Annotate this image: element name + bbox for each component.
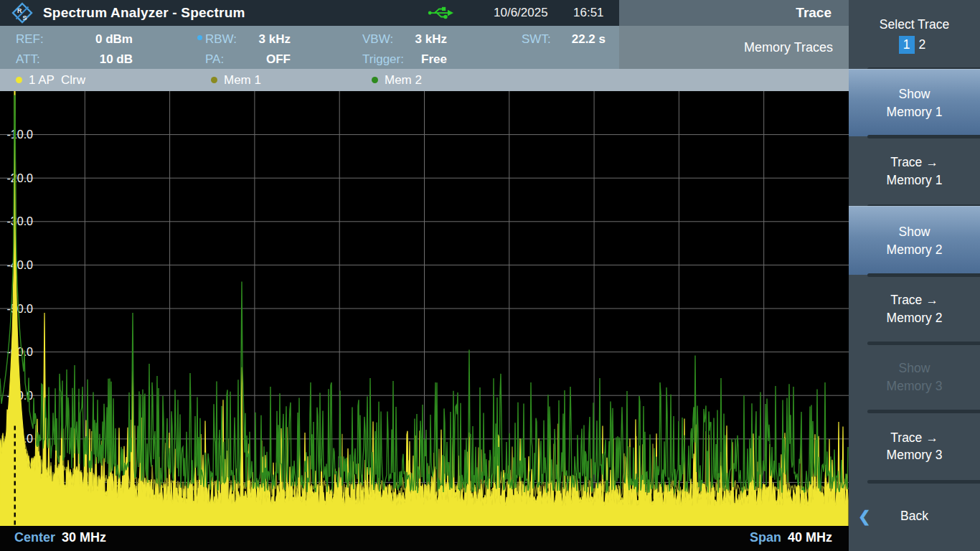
spectrum-analyzer-screen: R S Spectrum Analyzer - Spectrum 10/6/20… bbox=[0, 0, 980, 551]
trigger-value[interactable]: Free bbox=[369, 50, 447, 69]
softkey-label: Back bbox=[900, 507, 928, 525]
trace-option-1[interactable]: 1 bbox=[899, 36, 915, 54]
svg-text:S: S bbox=[23, 14, 27, 22]
settings-bar: REF: 0 dBm ATT: 10 dB RBW: 3 kHz PA: OFF… bbox=[0, 26, 619, 69]
trace-option-2[interactable]: 2 bbox=[915, 36, 930, 54]
att-label: ATT: bbox=[16, 50, 40, 69]
window-title: Spectrum Analyzer - Spectrum bbox=[43, 0, 245, 26]
softkey-trace-to-memory-3[interactable]: Trace →Memory 3 bbox=[849, 411, 980, 481]
trace-color-dot-icon bbox=[16, 77, 22, 83]
vbw-value[interactable]: 3 kHz bbox=[369, 30, 447, 49]
svg-text:R: R bbox=[17, 7, 22, 14]
trace-color-dot-icon bbox=[372, 77, 378, 83]
ref-label: REF: bbox=[16, 30, 44, 49]
softkey-show-memory-2[interactable]: ShowMemory 2 bbox=[849, 206, 980, 275]
softkey-label: Show bbox=[899, 359, 930, 377]
softkey-back[interactable]: ❮Back bbox=[849, 481, 980, 551]
trace-legend-bar: 1 AP ClrwMem 1Mem 2 bbox=[0, 69, 849, 91]
softkey-label: Trace → bbox=[890, 154, 938, 171]
legend-label: Mem 2 bbox=[385, 73, 422, 88]
softkey-label: Trace → bbox=[890, 291, 938, 309]
svg-text:-40.0: -40.0 bbox=[7, 259, 34, 271]
span-label: Span bbox=[750, 530, 781, 545]
att-value[interactable]: 10 dB bbox=[43, 50, 133, 69]
softkey-trace-to-memory-1[interactable]: Trace →Memory 1 bbox=[849, 136, 980, 206]
legend-trace-1: 1 AP Clrw bbox=[16, 69, 85, 91]
legend-trace-3: Mem 2 bbox=[372, 69, 422, 91]
softkey-label: Memory 2 bbox=[887, 241, 943, 259]
svg-text:-30.0: -30.0 bbox=[7, 215, 34, 227]
status-date: 10/6/2025 bbox=[494, 0, 548, 26]
softkey-label: Memory 3 bbox=[887, 377, 943, 395]
softkey-label: Memory 1 bbox=[887, 171, 943, 189]
trace-selector: 12 bbox=[899, 36, 930, 54]
softkey-label: Show bbox=[899, 85, 930, 103]
legend-label: Mem 1 bbox=[224, 73, 261, 88]
frequency-footer: Center30 MHz Span40 MHz bbox=[0, 526, 849, 551]
legend-label: 1 AP Clrw bbox=[29, 73, 85, 88]
svg-text:-60.0: -60.0 bbox=[7, 346, 34, 358]
softkey-menu-subtitle: Memory Traces bbox=[619, 26, 849, 69]
title-bar: R S Spectrum Analyzer - Spectrum 10/6/20… bbox=[0, 0, 619, 26]
softkey-show-memory-3[interactable]: ShowMemory 3 bbox=[849, 343, 980, 411]
rbw-coupled-dot-icon bbox=[197, 35, 202, 40]
spectrum-chart: -10.0-20.0-30.0-40.0-50.0-60.0-70.0-80.0… bbox=[0, 91, 849, 526]
center-freq-label: Center bbox=[14, 530, 55, 545]
status-time: 16:51 bbox=[573, 0, 604, 26]
center-freq-value[interactable]: 30 MHz bbox=[62, 530, 106, 545]
softkey-label: Show bbox=[899, 223, 930, 241]
svg-text:-10.0: -10.0 bbox=[7, 128, 34, 141]
softkey-label: Select Trace bbox=[880, 16, 949, 34]
span-value[interactable]: 40 MHz bbox=[788, 530, 832, 545]
spectrum-display: -10.0-20.0-30.0-40.0-50.0-60.0-70.0-80.0… bbox=[0, 91, 849, 526]
softkey-label: Memory 1 bbox=[887, 103, 943, 121]
softkey-trace-to-memory-2[interactable]: Trace →Memory 2 bbox=[849, 275, 980, 343]
usb-icon bbox=[428, 6, 455, 20]
ref-value[interactable]: 0 dBm bbox=[43, 30, 133, 49]
softkey-show-memory-1[interactable]: ShowMemory 1 bbox=[849, 69, 980, 136]
softkey-label: Memory 3 bbox=[887, 446, 943, 464]
svg-text:-20.0: -20.0 bbox=[7, 172, 34, 184]
softkey-sidebar: Select Trace12ShowMemory 1Trace →Memory … bbox=[849, 0, 980, 551]
softkey-menu-title: Trace bbox=[619, 0, 849, 26]
swt-value[interactable]: 22.2 s bbox=[524, 30, 606, 49]
trace-color-dot-icon bbox=[211, 77, 217, 83]
softkey-select-trace[interactable]: Select Trace12 bbox=[849, 0, 980, 69]
back-chevron-icon: ❮ bbox=[858, 506, 871, 527]
rohde-schwarz-logo-icon: R S bbox=[11, 2, 33, 24]
pa-value[interactable]: OFF bbox=[215, 50, 291, 69]
rbw-value[interactable]: 3 kHz bbox=[215, 30, 291, 49]
softkey-label: Memory 2 bbox=[887, 309, 943, 327]
legend-trace-2: Mem 1 bbox=[211, 69, 261, 91]
softkey-label: Trace → bbox=[890, 429, 938, 447]
